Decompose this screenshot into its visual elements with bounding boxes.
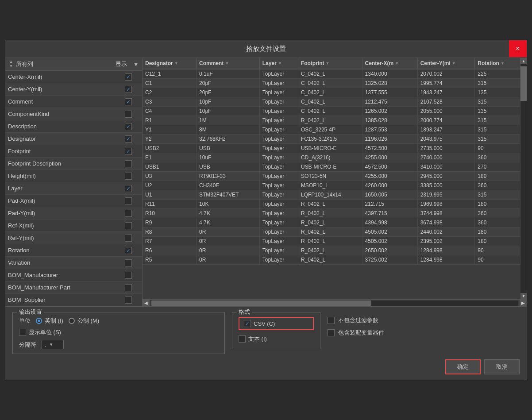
table-row[interactable]: R104.7KTopLayerR_0402_L4397.7153744.9983… (143, 209, 520, 218)
imperial-radio-group[interactable]: 英制 (I) (36, 317, 63, 325)
table-row[interactable]: R70RTopLayerR_0402_L4505.0022395.002180 (143, 237, 520, 246)
include-variants-checkbox[interactable] (328, 329, 335, 336)
scroll-right-arrow[interactable]: ▶ (520, 300, 527, 307)
table-cell: C2 (143, 88, 197, 97)
table-row[interactable]: R60RTopLayerR_0402_L2650.0021284.99890 (143, 246, 520, 255)
column-header[interactable]: Center-Y(mi▼ (417, 58, 475, 69)
display-checkbox[interactable] (125, 148, 132, 155)
confirm-button[interactable]: 确定 (445, 359, 481, 374)
display-checkbox[interactable] (125, 259, 132, 266)
metric-radio-group[interactable]: 公制 (M) (69, 317, 99, 325)
table-row[interactable]: U2CH340ETopLayerMSOP10_L4260.0003385.000… (143, 181, 520, 190)
display-checkbox[interactable] (125, 135, 132, 143)
table-row[interactable]: C120pFTopLayerC_0402_L1325.0281995.77431… (143, 79, 520, 88)
filter-icon[interactable]: ▼ (326, 61, 330, 66)
table-row[interactable]: C12_10.1uFTopLayerC_0402_L1340.0002070.0… (143, 69, 520, 79)
column-header[interactable]: Footprint▼ (298, 58, 362, 69)
display-checkbox[interactable] (125, 247, 132, 254)
column-header[interactable]: Rotation▼ (475, 58, 520, 69)
display-checkbox[interactable] (125, 185, 132, 192)
column-scroll-button[interactable]: ▼ (132, 61, 139, 68)
display-checkbox[interactable] (125, 111, 132, 118)
display-checkbox[interactable] (125, 123, 132, 130)
table-row[interactable]: E110uFTopLayerCD_A(3216)4255.0002740.000… (143, 153, 520, 162)
separator-dropdown[interactable]: . ▼ (42, 340, 64, 349)
horizontal-scrollbar[interactable]: ◀ ▶ (143, 299, 527, 306)
scroll-up-arrow[interactable]: ▲ (520, 58, 527, 64)
display-checkbox[interactable] (125, 297, 132, 304)
table-cell: 2735.000 (417, 144, 475, 153)
show-unit-checkbox[interactable] (19, 329, 26, 336)
scroll-down-arrow[interactable]: ▼ (520, 293, 527, 299)
include-variants-option[interactable]: 包含装配变量器件 (328, 329, 520, 337)
metric-radio[interactable] (69, 318, 75, 324)
column-header[interactable]: Center-X(m▼ (362, 58, 417, 69)
text-option[interactable]: 文本 (I) (239, 334, 314, 344)
vertical-scrollbar[interactable]: ▲ ▼ (520, 58, 527, 299)
table-cell: C_0402_L (298, 79, 362, 88)
column-header[interactable]: Designator▼ (143, 58, 197, 69)
table-row[interactable]: Y18MTopLayerOSC_3225-4P1287.5531893.2473… (143, 125, 520, 135)
display-checkbox[interactable] (125, 197, 132, 204)
scroll-left-arrow[interactable]: ◀ (143, 300, 150, 307)
table-row[interactable]: R50RTopLayerR_0402_L3725.0021284.99890 (143, 255, 520, 265)
table-row[interactable]: C410pFTopLayerC_0402_L1265.0022055.00013… (143, 107, 520, 116)
column-header[interactable]: Comment▼ (197, 58, 260, 69)
no-filter-checkbox[interactable] (328, 317, 335, 324)
display-checkbox[interactable] (125, 86, 132, 93)
table-row[interactable]: R11MTopLayerR_0402_L1385.0282000.774315 (143, 116, 520, 125)
table-row[interactable]: R1110KTopLayerR_0402_L212.7151969.998180 (143, 200, 520, 209)
table-row[interactable]: U1STM32F407VETTopLayerLQFP100_14x141650.… (143, 190, 520, 200)
display-checkbox[interactable] (125, 235, 132, 242)
display-checkbox[interactable] (125, 210, 132, 217)
table-row[interactable]: USB2USBTopLayerUSB-MICRO-E4572.5002735.0… (143, 144, 520, 153)
table-cell: 2070.002 (417, 69, 475, 79)
display-checkbox[interactable] (125, 160, 132, 167)
left-list-item: Height(mil) (5, 170, 142, 182)
display-checkbox[interactable] (125, 173, 132, 180)
display-checkbox[interactable] (125, 272, 132, 279)
show-unit-checkbox-row[interactable]: 显示单位 (S) (19, 328, 61, 336)
close-button[interactable]: × (509, 40, 527, 57)
display-checkbox[interactable] (125, 284, 132, 291)
left-list-item: Pad-Y(mil) (5, 207, 142, 220)
table-row[interactable]: R94.7KTopLayerR_0402_L4394.9983674.99836… (143, 218, 520, 227)
filter-icon[interactable]: ▼ (278, 61, 282, 66)
table-cell: R_0402_L (298, 237, 362, 246)
sort-up-button[interactable]: ▲ (8, 60, 14, 64)
table-row[interactable]: USB1USBTopLayerUSB-MICRO-E4572.5003410.0… (143, 162, 520, 172)
table-cell: 2650.002 (362, 246, 417, 255)
left-list-item: ComponentKind (5, 108, 142, 120)
table-cell: TopLayer (259, 181, 298, 190)
table-cell: 4505.002 (362, 237, 417, 246)
display-checkbox-cell (117, 173, 139, 180)
filter-icon[interactable]: ▼ (395, 61, 399, 66)
table-cell: TopLayer (259, 153, 298, 162)
scroll-thumb (520, 66, 527, 101)
csv-checkbox[interactable] (244, 320, 251, 327)
table-row[interactable]: R80RTopLayerR_0402_L4505.0022440.002180 (143, 227, 520, 237)
sort-down-button[interactable]: ▼ (8, 64, 14, 69)
table-row[interactable]: C310pFTopLayerC_0402_L1212.4752107.52831… (143, 97, 520, 107)
imperial-radio[interactable] (36, 318, 42, 324)
table-container[interactable]: Designator▼Comment▼Layer▼Footprint▼Cente… (143, 58, 520, 299)
display-checkbox[interactable] (125, 73, 132, 81)
filter-icon[interactable]: ▼ (174, 61, 178, 66)
no-filter-option[interactable]: 不包含过滤参数 (328, 316, 520, 324)
table-row[interactable]: Y232.768KHzTopLayerFC135-3.2X1.51196.026… (143, 135, 520, 144)
column-header[interactable]: Layer▼ (259, 58, 298, 69)
cancel-button[interactable]: 取消 (484, 359, 520, 374)
filter-icon[interactable]: ▼ (225, 61, 229, 66)
table-row[interactable]: U3RT9013-33TopLayerSOT23-5N4255.0002945.… (143, 172, 520, 181)
table-row[interactable]: C220pFTopLayerC_0402_L1377.5551943.24713… (143, 88, 520, 97)
text-checkbox[interactable] (239, 335, 246, 343)
display-checkbox[interactable] (125, 222, 132, 229)
scroll-track[interactable] (520, 64, 527, 293)
table-cell: 2000.774 (417, 116, 475, 125)
filter-icon[interactable]: ▼ (452, 61, 456, 66)
filter-icon[interactable]: ▼ (501, 61, 505, 66)
display-checkbox[interactable] (125, 98, 132, 105)
csv-option[interactable]: CSV (C) (239, 317, 314, 330)
display-checkbox-cell (117, 197, 139, 204)
hscroll-track[interactable] (151, 301, 518, 306)
